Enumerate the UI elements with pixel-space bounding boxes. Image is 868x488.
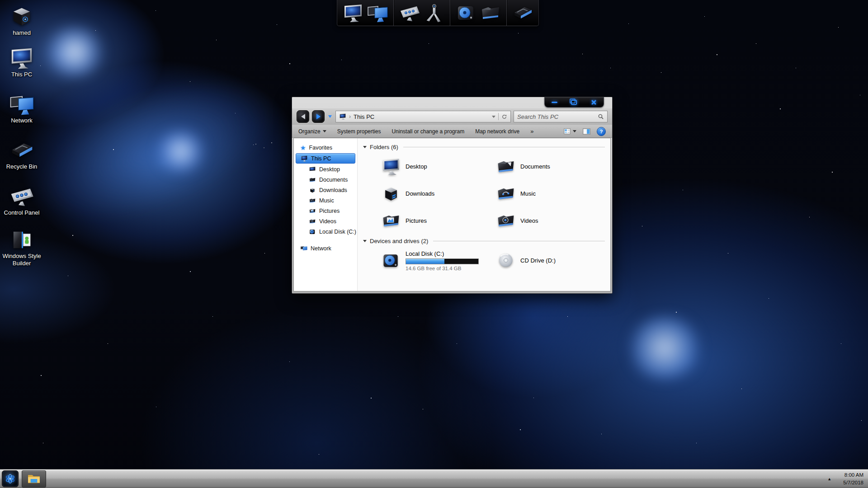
dock-group-settings	[394, 0, 450, 26]
tile-pictures[interactable]: Pictures	[381, 210, 496, 231]
desktop-icon-label: Control Panel	[4, 209, 40, 216]
search-input[interactable]: Search This PC	[514, 111, 608, 122]
preview-pane-icon[interactable]	[583, 128, 590, 135]
section-title: Folders (6)	[370, 144, 398, 150]
desktop-icon-this-pc[interactable]: This PC	[0, 47, 43, 78]
back-button[interactable]	[297, 110, 309, 123]
tile-label: Local Disk (C:)	[406, 250, 479, 257]
music-icon	[309, 197, 316, 204]
collapse-caret-icon[interactable]	[363, 240, 367, 242]
search-icon[interactable]	[598, 113, 604, 120]
section-header-drives: Devices and drives (2)	[363, 238, 605, 244]
sidebar-item-desktop[interactable]: Desktop	[294, 164, 357, 174]
tile-label: Downloads	[406, 190, 434, 197]
address-controls	[492, 113, 507, 120]
change-view-button[interactable]	[564, 128, 576, 134]
desktop-icon	[309, 166, 316, 173]
tile-label: CD Drive (D:)	[520, 257, 556, 264]
disk-free-text: 14.6 GB free of 31.4 GB	[406, 266, 479, 271]
dock-hard-disk-icon[interactable]	[455, 3, 477, 23]
cd-drive-tile-icon	[496, 252, 516, 270]
star-icon: ★	[300, 145, 306, 151]
explorer-window: › This PC Search This PC	[292, 97, 613, 294]
desktop-icon-hamed[interactable]: hamed	[0, 5, 43, 37]
tile-label: Pictures	[406, 217, 427, 224]
dock-group-computer	[337, 0, 394, 26]
sidebar-item-this-pc[interactable]: This PC	[296, 153, 355, 164]
tile-local-disk[interactable]: Local Disk (C:) 14.6 GB free of 31.4 GB	[381, 250, 496, 271]
documents-icon	[309, 177, 316, 183]
sidebar-label: Favorites	[309, 145, 332, 151]
videos-icon	[309, 218, 316, 225]
recycle-bin-icon	[9, 139, 34, 162]
taskbar-file-explorer-button[interactable]	[22, 470, 46, 488]
user-cube-icon	[9, 5, 34, 28]
sidebar-item-videos[interactable]: Videos	[294, 216, 357, 226]
sidebar-item-documents[interactable]: Documents	[294, 174, 357, 185]
sidebar-label: Downloads	[319, 187, 347, 193]
tile-label: Music	[520, 190, 536, 197]
tile-desktop[interactable]: Desktop	[381, 156, 496, 177]
sidebar-item-pictures[interactable]: Pictures	[294, 206, 357, 216]
dock-scanner-robot-icon[interactable]	[423, 3, 445, 23]
sidebar-label: Desktop	[319, 166, 340, 173]
disk-usage-bar	[406, 258, 479, 264]
dock-recycle-bin-icon[interactable]	[512, 3, 533, 23]
tile-music[interactable]: Music	[496, 183, 610, 204]
drives-grid: Local Disk (C:) 14.6 GB free of 31.4 GB	[362, 250, 605, 271]
dock-documents-folder-icon[interactable]	[480, 3, 501, 23]
dock-this-pc-icon[interactable]	[342, 3, 364, 23]
dock-control-panel-icon[interactable]	[399, 3, 420, 23]
tile-downloads[interactable]: Downloads	[381, 183, 496, 204]
section-rule	[403, 147, 605, 147]
forward-arrow-icon	[316, 114, 321, 119]
help-button[interactable]: ?	[597, 127, 606, 136]
tile-videos[interactable]: Videos	[496, 210, 610, 231]
address-bar[interactable]: › This PC	[335, 111, 511, 122]
maximize-button[interactable]	[564, 97, 584, 107]
dock-network-icon[interactable]	[367, 3, 388, 23]
forward-button[interactable]	[312, 110, 325, 123]
sidebar-item-local-disk[interactable]: Local Disk (C:)	[294, 226, 357, 237]
sidebar-item-favorites[interactable]: ★ Favorites	[294, 142, 357, 153]
taskbar: ▲ 8:00 AM 5/7/2018	[0, 469, 868, 488]
dropdown-caret-icon	[573, 130, 576, 132]
tile-documents[interactable]: Documents	[496, 156, 610, 177]
folders-grid: Desktop Documents	[362, 156, 605, 231]
dock-group-storage	[450, 0, 507, 26]
music-tile-icon	[496, 185, 516, 203]
toolbar-overflow-button[interactable]: »	[530, 128, 533, 135]
uninstall-program-button[interactable]: Uninstall or change a program	[392, 128, 464, 135]
command-bar: Organize System properties Uninstall or …	[292, 125, 612, 138]
close-button[interactable]	[584, 97, 604, 107]
computer-icon	[339, 113, 346, 120]
sidebar-item-downloads[interactable]: Downloads	[294, 185, 357, 195]
desktop-icon-windows-style-builder[interactable]: Windows Style Builder	[0, 229, 43, 267]
organize-label: Organize	[298, 128, 321, 135]
network-icon	[9, 93, 34, 116]
organize-menu[interactable]: Organize	[298, 128, 326, 135]
clock-time: 8:00 AM	[843, 471, 863, 479]
desktop-icon-recycle-bin[interactable]: Recycle Bin	[0, 139, 43, 170]
sidebar-item-music[interactable]: Music	[294, 195, 357, 206]
address-dropdown-icon[interactable]	[492, 116, 495, 118]
collapse-caret-icon[interactable]	[363, 146, 367, 148]
breadcrumb[interactable]: This PC	[354, 113, 374, 120]
desktop-icon-control-panel[interactable]: Control Panel	[0, 185, 43, 216]
refresh-icon[interactable]	[501, 114, 507, 120]
disk-usage-fill	[406, 259, 444, 264]
minimize-button[interactable]	[545, 97, 564, 107]
nebula-core	[624, 316, 705, 380]
tile-cd-drive[interactable]: CD Drive (D:)	[496, 250, 610, 271]
taskbar-clock[interactable]: 8:00 AM 5/7/2018	[843, 471, 863, 486]
toolbar-label: Uninstall or change a program	[392, 128, 464, 135]
system-properties-button[interactable]: System properties	[337, 128, 381, 135]
sidebar-item-network[interactable]: Network	[294, 243, 357, 253]
map-network-drive-button[interactable]: Map network drive	[475, 128, 519, 135]
title-bar[interactable]	[292, 97, 612, 108]
start-button[interactable]	[2, 470, 19, 487]
tile-label: Documents	[520, 163, 550, 170]
desktop-icon-network[interactable]: Network	[0, 93, 43, 124]
show-hidden-icons-button[interactable]: ▲	[827, 477, 831, 481]
recent-pages-dropdown[interactable]	[328, 115, 332, 118]
